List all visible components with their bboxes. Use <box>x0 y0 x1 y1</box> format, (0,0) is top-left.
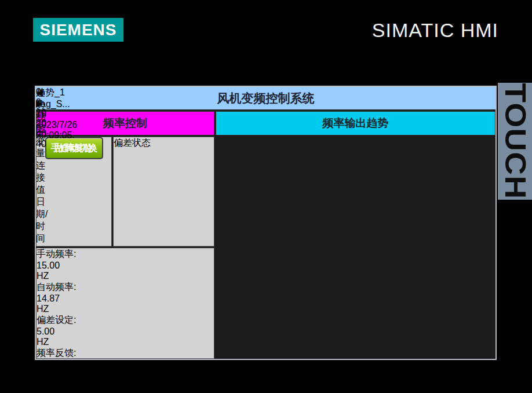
scroll-right-icon[interactable]: ▶ <box>36 98 43 109</box>
hmi-window: 风机变频控制系统 频率控制 频率输出趋势 无扰切换 手自动切换 故障复位 偏差状… <box>35 86 497 360</box>
field-row-freq-feedback: 频率反馈: 14.74 HZ <box>37 347 214 380</box>
manual-freq-input[interactable]: 15.00 <box>37 260 214 271</box>
frequency-fields-panel: 手动频率: 15.00 HZ 自动频率: 14.87 HZ 偏差设定: 5.00… <box>36 248 214 359</box>
vendor-watermark: 泰安宏盛自动化科技有限公司 <box>0 0 121 12</box>
hmi-screen: SIEMENS SIMATIC HMI TOUCH 风机变频控制系统 频率控制 … <box>0 0 532 393</box>
freq-feedback-unit: HZ <box>37 370 214 380</box>
deviation-status-label: 偏差状态 <box>114 137 151 149</box>
field-row-auto-freq: 自动频率: 14.87 HZ <box>37 281 214 314</box>
freq-feedback-input[interactable]: 14.74 <box>37 359 214 370</box>
window-title: 风机变频控制系统 <box>217 90 315 106</box>
auto-freq-unit: HZ <box>37 304 214 314</box>
scroll-left-icon[interactable]: ◀ <box>36 87 43 98</box>
col-header-tag-connection: 变量连接 <box>36 135 48 184</box>
cell-value: 15 <box>36 109 77 120</box>
manual-freq-label: 手动频率: <box>37 248 214 260</box>
deviation-indicator-panel: 偏差状态 <box>113 137 214 247</box>
cell-datetime: 2023/7/26 20:09:05. <box>36 120 77 141</box>
auto-freq-label: 自动频率: <box>37 281 214 293</box>
deviation-set-label: 偏差设定: <box>37 314 214 326</box>
deviation-set-unit: HZ <box>37 337 214 347</box>
freq-feedback-label: 频率反馈: <box>37 347 214 359</box>
siemens-logo-text: SIEMENS <box>39 21 116 39</box>
touch-label: TOUCH <box>499 83 531 200</box>
field-row-manual-freq: 手动频率: 15.00 HZ <box>37 248 214 281</box>
trend-scrollbar: ◀ ▶ <box>36 87 43 109</box>
manual-freq-unit: HZ <box>37 271 214 281</box>
deviation-set-input[interactable]: 5.00 <box>37 326 214 337</box>
simatic-hmi-label: SIMATIC HMI <box>325 18 498 42</box>
window-title-bar: 风机变频控制系统 <box>36 87 495 110</box>
field-row-deviation-set: 偏差设定: 5.00 HZ <box>37 314 214 347</box>
auto-freq-input[interactable]: 14.87 <box>37 293 214 304</box>
col-header-value: 值 <box>36 184 48 196</box>
siemens-logo: SIEMENS <box>33 18 123 42</box>
touch-side-strip: TOUCH <box>498 83 532 200</box>
trend-section-header: 频率输出趋势 <box>216 111 495 135</box>
col-header-datetime: 日期/时间 <box>36 196 48 245</box>
